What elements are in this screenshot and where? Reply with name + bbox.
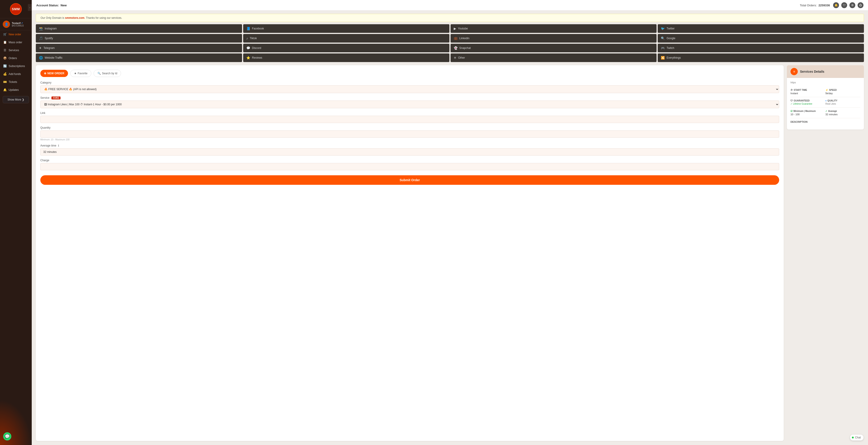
start-time-label: ⏱ START TIME <box>790 89 826 91</box>
new-order-btn-icon: ⊕ <box>44 72 46 75</box>
cat-tiktok[interactable]: ♪ Tiktok <box>243 34 450 42</box>
cat-website-traffic[interactable]: 🌐 Website Traffic <box>36 54 242 62</box>
start-time-value: Instant <box>790 92 826 95</box>
check-icon: ✓ <box>790 103 792 105</box>
show-more-button[interactable]: Show More ❯ <box>3 96 29 103</box>
sidebar-item-updates[interactable]: 🔔 Updates <box>0 86 32 94</box>
snapchat-icon: 👻 <box>454 46 458 50</box>
facebook-icon: 📘 <box>246 27 250 30</box>
topbar: Account Status: New Total Orders: 225933… <box>32 0 868 11</box>
sidebar-item-tickets[interactable]: 🎫 Tickets <box>0 78 32 86</box>
sidebar: SMM ‹ 👤 Testarif ✔ $43.539615 🛒 New orde… <box>0 0 32 445</box>
other-icon: ✳ <box>454 56 457 60</box>
orders-icon: 📦 <box>3 57 7 60</box>
category-group: Category 🔥 FREE SERVICE 🔥 (API is not al… <box>40 81 779 93</box>
sidebar-nav: 🛒 New order 📋 Mass order ☰ Services 📦 Or… <box>0 30 32 94</box>
cat-reviews[interactable]: ⭐ Reviews <box>243 54 450 62</box>
detail-grid: ⏱ START TIME Instant ⚡ SPEED 5k/day <box>790 87 860 118</box>
chat-status-dot <box>852 437 854 438</box>
account-status: Account Status: New <box>36 4 67 7</box>
quality-icon: ♦ <box>826 99 827 102</box>
sidebar-item-subscriptions[interactable]: 🔄 Subscriptions <box>0 62 32 70</box>
service-select[interactable]: 🖼 Instagram Likes | Max 100 ⏱ Instant-1 … <box>40 101 779 108</box>
banner: Our Only Domain is smmstore.com. Thanks … <box>36 14 864 22</box>
quality-subvalue: Real Likes <box>826 103 860 105</box>
new-order-button[interactable]: ⊕ NEW ORDER <box>40 70 68 77</box>
reviews-icon: ⭐ <box>246 56 250 60</box>
link-input[interactable] <box>40 116 779 123</box>
settings-icon[interactable]: ⚙ <box>849 2 855 8</box>
whatsapp-button[interactable]: 💬 <box>3 432 11 441</box>
avatar: 👤 <box>3 21 10 28</box>
cat-snapchat[interactable]: 👻 Snapchat <box>451 44 657 52</box>
quality-label: ♦ QUALITY <box>826 99 860 102</box>
average-value: 32 minutes <box>826 113 860 116</box>
favorite-icon: ★ <box>74 72 76 75</box>
updates-icon: 🔔 <box>3 88 7 92</box>
total-orders-label: Total Orders: 2259336 <box>800 4 830 7</box>
search-icon: 🔍 <box>97 72 101 75</box>
speed-icon: ⚡ <box>826 89 828 91</box>
average-item: ✓ Avarage 32 minutes <box>826 108 860 118</box>
description-label: DESCRIPTION <box>790 121 860 123</box>
panel-body: https ⏱ START TIME Instant ⚡ <box>787 78 864 130</box>
speed-value: 5k/day <box>826 92 860 95</box>
min-max-item: ☑ Minimum | Maximum 10 - 100 <box>790 108 826 118</box>
power-icon[interactable]: ⏻ <box>858 2 864 8</box>
cat-linkedin[interactable]: 💼 Linkedin <box>451 34 657 42</box>
search-by-id-button[interactable]: 🔍 Search by Id <box>94 70 121 77</box>
services-icon: ☰ <box>3 48 7 52</box>
cat-telegram[interactable]: ✈ Telegram <box>36 44 242 52</box>
chat-label: Chat <box>855 436 861 439</box>
cat-spotify[interactable]: 🎵 Spotify <box>36 34 242 42</box>
category-grid: 📸 Instagram 📘 Facebook ▶ Youtube 🐦 Twitt… <box>36 24 864 62</box>
cat-instagram[interactable]: 📸 Instagram <box>36 24 242 33</box>
verified-icon: ✔ <box>21 22 23 24</box>
sidebar-item-new-order[interactable]: 🛒 New order <box>0 30 32 38</box>
sidebar-item-mass-order[interactable]: 📋 Mass order <box>0 38 32 46</box>
sidebar-item-services[interactable]: ☰ Services <box>0 46 32 54</box>
panel-header: ≡ Services Details <box>787 65 864 78</box>
domain-link[interactable]: smmstore.com <box>65 16 84 20</box>
sidebar-item-add-funds[interactable]: 💰 Add funds <box>0 70 32 78</box>
favorite-button[interactable]: ★ Favorite <box>70 70 91 77</box>
user-name: Testarif ✔ <box>12 22 24 25</box>
cat-discord[interactable]: 💬 Discord <box>243 44 450 52</box>
quantity-label: Quantity <box>40 126 779 129</box>
subscriptions-icon: 🔄 <box>3 64 7 68</box>
user-info: Testarif ✔ $43.539615 <box>12 22 24 27</box>
services-panel: ≡ Services Details https ⏱ START TIME In… <box>787 65 864 441</box>
logo: SMM <box>0 0 32 18</box>
average-time-input: 32 minutes <box>40 148 779 156</box>
chat-widget[interactable]: Chat <box>850 435 864 441</box>
mass-order-icon: 📋 <box>3 40 7 44</box>
guaranteed-item: 🛡 GUARANTEED ✓ Lifetime Guarantee <box>790 97 826 108</box>
user-balance: $43.539615 <box>12 25 24 27</box>
cat-twitter[interactable]: 🐦 Twitter <box>658 24 864 33</box>
shield-icon[interactable]: 🛡 <box>841 2 847 8</box>
start-time-item: ⏱ START TIME Instant <box>790 87 826 97</box>
service-badge: #1951 <box>52 97 61 99</box>
cat-google[interactable]: 🔍 Google <box>658 34 864 42</box>
sidebar-collapse-button[interactable]: ‹ <box>28 4 32 11</box>
user-section: 👤 Testarif ✔ $43.539615 <box>0 18 32 30</box>
youtube-icon: ▶ <box>454 27 456 30</box>
instagram-icon: 📸 <box>39 27 43 30</box>
quality-item: ♦ QUALITY Real Likes <box>826 97 860 108</box>
linkedin-icon: 💼 <box>454 36 458 40</box>
submit-order-button[interactable]: Submit Order <box>40 175 779 185</box>
sidebar-item-orders[interactable]: 📦 Orders <box>0 54 32 62</box>
form-actions: ⊕ NEW ORDER ★ Favorite 🔍 Search by Id <box>40 70 779 77</box>
cat-facebook[interactable]: 📘 Facebook <box>243 24 450 33</box>
category-select[interactable]: 🔥 FREE SERVICE 🔥 (API is not allowed) <box>40 85 779 93</box>
tiktok-icon: ♪ <box>246 36 248 40</box>
cat-youtube[interactable]: ▶ Youtube <box>451 24 657 33</box>
quantity-group: Quantity Minimum: 10 - Maximum 100 <box>40 126 779 141</box>
cat-everythings[interactable]: 🔀 Everythings <box>658 54 864 62</box>
cat-other[interactable]: ✳ Other <box>451 54 657 62</box>
quantity-input[interactable] <box>40 131 779 138</box>
cat-twitch[interactable]: 🎮 Twitch <box>658 44 864 52</box>
twitch-icon: 🎮 <box>661 46 665 50</box>
notification-icon[interactable]: 🔔 <box>833 2 839 8</box>
content-area: ⊕ NEW ORDER ★ Favorite 🔍 Search by Id Ca… <box>36 65 864 441</box>
